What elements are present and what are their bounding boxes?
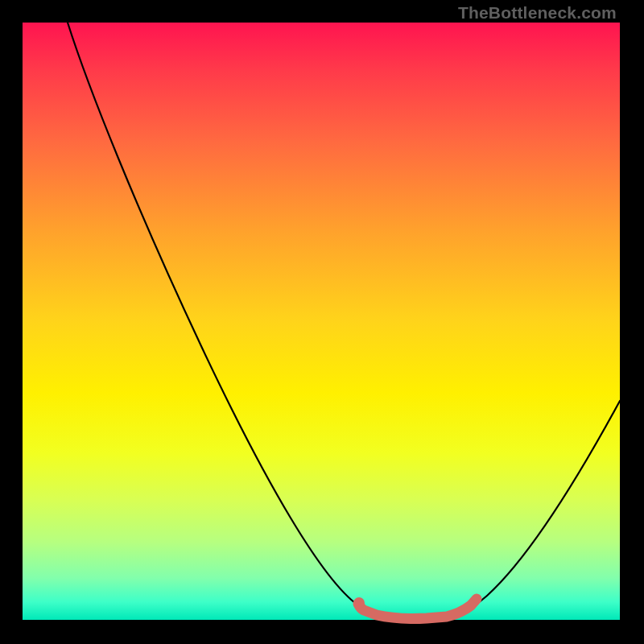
marker-start-dot <box>353 597 365 609</box>
bottleneck-curve <box>0 0 644 644</box>
marker-segment <box>358 599 477 619</box>
curve-path <box>68 23 620 617</box>
marker-end-dot <box>473 595 481 603</box>
